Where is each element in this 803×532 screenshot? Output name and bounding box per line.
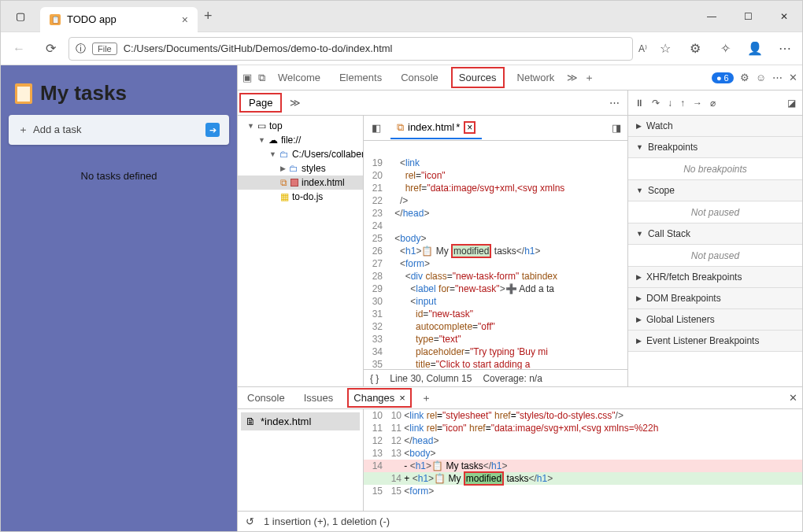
drawer-close-icon[interactable]: ✕	[789, 392, 797, 404]
sources-page-tab[interactable]: Page	[239, 93, 282, 113]
section-breakpoints[interactable]: ▼Breakpoints	[628, 137, 802, 158]
drawer-tab-issues[interactable]: Issues	[299, 390, 339, 406]
tab-close-icon[interactable]: ×	[182, 13, 188, 26]
editor-file-name: index.html	[408, 121, 454, 133]
step-out-icon[interactable]: ↑	[680, 98, 685, 109]
new-tab-button[interactable]: +	[204, 8, 213, 24]
section-watch[interactable]: ▶Watch	[628, 116, 802, 137]
revert-icon[interactable]: ↺	[246, 515, 254, 527]
drawer-add-tab[interactable]: ＋	[421, 391, 431, 405]
tab-welcome[interactable]: Welcome	[272, 68, 327, 87]
address-bar: ← → ⟳ ⓘ File C:/Users/Documents/GitHub/D…	[1, 32, 802, 65]
drawer-status: ↺ 1 insertion (+), 1 deletion (-)	[238, 511, 802, 531]
webpage-panel: My tasks ＋Add a task ➔ No tasks defined	[1, 65, 237, 531]
diff-view[interactable]: 1010 <link rel="stylesheet" href="styles…	[364, 409, 802, 511]
site-info-icon[interactable]: ⓘ	[76, 42, 86, 56]
sources-more-tabs[interactable]: ≫	[290, 97, 301, 109]
submit-arrow-icon[interactable]: ➔	[205, 123, 220, 137]
braces-icon[interactable]: { }	[370, 373, 379, 384]
diff-added-word: modified	[464, 471, 504, 486]
debugger-toolbar: ⏸ ↷ ↓ ↑ → ⌀ ◪	[628, 91, 802, 116]
tab-elements[interactable]: Elements	[333, 68, 388, 87]
tab-sources[interactable]: Sources	[451, 67, 505, 88]
file-tree: ▼▭ top ▼☁ file:// ▼🗀 C:/Users/collabera …	[238, 116, 364, 386]
window-maximize[interactable]: ☐	[730, 1, 766, 32]
tab-preview-icon[interactable]: ▢	[1, 1, 40, 31]
code-area[interactable]: 19 20 21 22 23 24 25 26 27 28 29 30 31 3…	[364, 141, 627, 369]
devtools-close-icon[interactable]: ✕	[789, 72, 797, 83]
tabs-add-icon[interactable]: ＋	[584, 71, 594, 85]
cursor-pos: Line 30, Column 15	[390, 373, 472, 384]
protocol-badge: File	[92, 42, 117, 55]
tab-favicon: 📋	[50, 14, 61, 25]
code-editor: ◧ ⧉ index.html* × ◨ 19 20 21 22 23 24 25…	[364, 116, 627, 386]
tree-scheme[interactable]: ▼☁ file://	[238, 133, 363, 147]
editor-split-icon[interactable]: ◨	[605, 122, 627, 134]
drawer-tab-console[interactable]: Console	[242, 390, 290, 406]
step-into-icon[interactable]: ↓	[668, 98, 672, 109]
tabs-overflow-icon[interactable]: ≫	[567, 72, 578, 83]
window-close[interactable]: ✕	[766, 1, 802, 32]
inspect-icon[interactable]: ▣	[242, 72, 252, 83]
devtools-settings-icon[interactable]: ⚙	[740, 72, 749, 83]
sources-kebab[interactable]: ⋯	[609, 97, 620, 109]
deactivate-bp-icon[interactable]: ⌀	[710, 98, 716, 109]
settings-icon[interactable]: ⚙	[683, 37, 708, 61]
editor-tab-close[interactable]: ×	[464, 121, 476, 134]
section-global[interactable]: ▶Global Listeners	[628, 309, 802, 331]
section-xhr[interactable]: ▶XHR/fetch Breakpoints	[628, 267, 802, 288]
section-dom[interactable]: ▶DOM Breakpoints	[628, 288, 802, 309]
drawer-tab-changes[interactable]: Changes ×	[347, 388, 412, 408]
editor-nav-icon[interactable]: ◧	[367, 122, 386, 134]
devtools-tabs: ▣ ⧉ Welcome Elements Console Sources Net…	[238, 65, 802, 91]
scope-not-paused: Not paused	[628, 201, 802, 224]
back-button[interactable]: ←	[6, 37, 32, 61]
browser-tab[interactable]: 📋 TODO app ×	[40, 7, 198, 32]
editor-status-bar: { } Line 30, Column 15 Coverage: n/a	[364, 369, 627, 386]
window-minimize[interactable]: —	[694, 1, 730, 32]
menu-icon[interactable]: ⋯	[772, 37, 797, 61]
page-heading: My tasks	[9, 73, 229, 105]
devtools-menu-icon[interactable]: ⋯	[772, 72, 783, 83]
reload-button[interactable]: ⟳	[37, 37, 64, 61]
browser-titlebar: ▢ 📋 TODO app × + — ☐ ✕	[1, 1, 802, 32]
issues-badge[interactable]: ● 6	[712, 72, 734, 83]
collections-icon[interactable]: ✧	[712, 37, 738, 61]
tab-title: TODO app	[67, 13, 117, 25]
url-field[interactable]: ⓘ File C:/Users/Documents/GitHub/Demos/d…	[68, 37, 633, 61]
section-scope[interactable]: ▼Scope	[628, 180, 802, 201]
modified-marker	[290, 179, 298, 187]
page-heading-text: My tasks	[40, 81, 127, 105]
no-breakpoints: No breakpoints	[628, 158, 802, 180]
drawer-panel: Console Issues Changes × ＋ ✕ 🗎 *index.ht…	[238, 386, 802, 531]
tab-console[interactable]: Console	[394, 68, 445, 87]
step-icon[interactable]: →	[693, 98, 702, 109]
read-aloud-icon[interactable]: A⁾	[638, 43, 647, 54]
debugger-pane: ⏸ ↷ ↓ ↑ → ⌀ ◪ ▶Watch ▼Breakpoints No bre…	[628, 91, 802, 386]
dirty-asterisk: *	[456, 121, 460, 133]
coverage-label: Coverage: n/a	[483, 373, 542, 384]
profile-icon[interactable]: 👤	[742, 37, 768, 61]
add-task-field[interactable]: ＋Add a task ➔	[9, 115, 229, 145]
editor-file-tab[interactable]: ⧉ index.html* ×	[390, 117, 482, 139]
tab-network[interactable]: Network	[511, 68, 561, 87]
tree-index[interactable]: ⧉index.html	[238, 175, 363, 190]
drawer-tab-close[interactable]: ×	[399, 392, 405, 404]
tree-top[interactable]: ▼▭ top	[238, 119, 363, 133]
pause-icon[interactable]: ⏸	[635, 98, 644, 109]
feedback-icon[interactable]: ☺	[756, 72, 766, 83]
tree-todo[interactable]: ▦ to-do.js	[238, 190, 363, 204]
add-task-label: Add a task	[33, 124, 81, 135]
favorite-icon[interactable]: ☆	[653, 37, 678, 61]
device-icon[interactable]: ⧉	[258, 72, 265, 84]
tree-path[interactable]: ▼🗀 C:/Users/collabera	[238, 147, 363, 161]
collapse-icon[interactable]: ◪	[787, 98, 796, 109]
changed-file[interactable]: 🗎 *index.html	[241, 412, 360, 430]
tree-styles[interactable]: ▶🗀 styles	[238, 161, 363, 175]
inserted-word: modified	[451, 244, 491, 258]
callstack-not-paused: Not paused	[628, 245, 802, 267]
step-over-icon[interactable]: ↷	[652, 98, 660, 109]
section-event[interactable]: ▶Event Listener Breakpoints	[628, 331, 802, 352]
section-callstack[interactable]: ▼Call Stack	[628, 224, 802, 245]
empty-state: No tasks defined	[9, 154, 229, 182]
